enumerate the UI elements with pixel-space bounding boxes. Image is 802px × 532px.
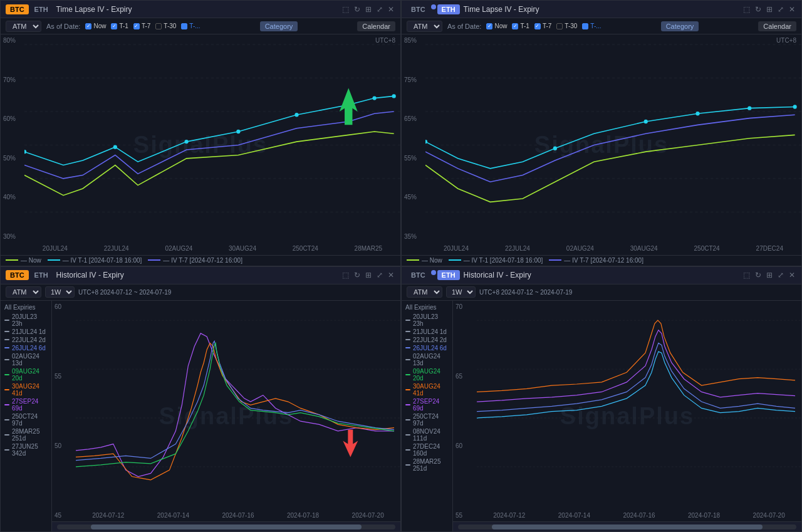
category-btn-tl[interactable]: Category <box>260 21 298 31</box>
calendar-btn-tl[interactable]: Calendar <box>357 21 395 31</box>
expiry-27sep24[interactable]: 27SEP24 69d <box>1 397 51 412</box>
scrollbar-br[interactable] <box>453 521 801 531</box>
svg-point-8 <box>185 140 189 143</box>
refresh-icon-tl[interactable]: ↻ <box>353 4 362 14</box>
external-link-icon-bl[interactable]: ⬚ <box>341 270 350 280</box>
now-check-tr[interactable]: ✓ Now <box>486 23 507 29</box>
expiry-26jul24[interactable]: 26JUL24 6d <box>1 344 51 352</box>
period-select-br[interactable]: 1W <box>446 286 476 298</box>
category-btn-tr[interactable]: Category <box>661 21 699 31</box>
t1-check-tr[interactable]: ✓ T-1 <box>512 23 529 29</box>
period-select-bl[interactable]: 1W <box>45 286 75 298</box>
expiry-09aug24[interactable]: 09AUG24 20d <box>1 367 51 382</box>
svg-point-26 <box>793 105 797 108</box>
expiry-21jul24[interactable]: 21JUL24 1d <box>1 328 51 336</box>
panel-top-right: BTC ETH Time Lapse IV - Expiry ⬚ ↻ ⊞ ⤢ ✕… <box>401 0 802 266</box>
panel-header-tr: BTC ETH Time Lapse IV - Expiry ⬚ ↻ ⊞ ⤢ ✕ <box>402 1 801 18</box>
panel-title-tl: Time Lapse IV - Expiry <box>56 5 132 14</box>
eth-tab-bl[interactable]: ETH <box>30 270 53 280</box>
tmore-check-tr[interactable]: T-... <box>582 23 601 29</box>
svg-point-13 <box>392 94 396 98</box>
expiry-02aug24[interactable]: 02AUG24 13d <box>1 352 51 367</box>
refresh-icon-bl[interactable]: ↻ <box>353 270 362 280</box>
expiry-br-08nov24[interactable]: 08NOV24 111d <box>402 427 452 442</box>
y-axis-bl: 60555045 <box>52 301 76 522</box>
external-link-icon-tl[interactable]: ⬚ <box>341 4 350 14</box>
expiry-br-30aug24[interactable]: 30AUG24 41d <box>402 382 452 397</box>
calendar-btn-tr[interactable]: Calendar <box>758 21 796 31</box>
panel-controls-br: ⬚ ↻ ⊞ ⤢ ✕ <box>742 270 796 280</box>
expiry-br-09aug24[interactable]: 09AUG24 20d <box>402 367 452 382</box>
btc-tab-tl[interactable]: BTC <box>6 4 29 14</box>
tmore-check-tl[interactable]: T-... <box>181 23 200 29</box>
close-icon-tr[interactable]: ✕ <box>788 4 796 14</box>
expiry-28mar25[interactable]: 28MAR25 251d <box>1 427 51 442</box>
t30-check-tr[interactable]: T-30 <box>556 23 577 29</box>
panel-bot-right: BTC ETH Historical IV - Expiry ⬚ ↻ ⊞ ⤢ ✕… <box>401 266 802 533</box>
expiry-22jul24[interactable]: 22JUL24 2d <box>1 336 51 344</box>
eth-tab-tl[interactable]: ETH <box>30 4 53 14</box>
grid-icon-bl[interactable]: ⊞ <box>364 270 373 280</box>
expiry-br-20jul23[interactable]: 20JUL23 23h <box>402 313 452 328</box>
x-axis-bl: 2024-07-122024-07-142024-07-162024-07-18… <box>76 509 400 521</box>
expand-icon-bl[interactable]: ⤢ <box>375 270 384 280</box>
expiry-br-25oct24[interactable]: 250CT24 97d <box>402 412 452 427</box>
expiry-25oct24[interactable]: 250CT24 97d <box>1 412 51 427</box>
expand-icon-br[interactable]: ⤢ <box>776 270 785 280</box>
t1-check-tl[interactable]: ✓ T-1 <box>111 23 128 29</box>
external-link-icon-br[interactable]: ⬚ <box>742 270 751 280</box>
expand-icon-tr[interactable]: ⤢ <box>776 4 785 14</box>
expiry-br-21jul24[interactable]: 21JUL24 1d <box>402 328 452 336</box>
panel-header-tl: BTC ETH Time Lapse IV - Expiry ⬚ ↻ ⊞ ⤢ ✕ <box>1 1 400 18</box>
grid-icon-tr[interactable]: ⊞ <box>765 4 774 14</box>
expiry-br-27dec24[interactable]: 27DEC24 160d <box>402 442 452 457</box>
external-link-icon-tr[interactable]: ⬚ <box>742 4 751 14</box>
expiry-list-br: All Expiries 20JUL23 23h 21JUL24 1d 22JU… <box>402 301 453 532</box>
atm-select-bl[interactable]: ATM <box>6 286 41 298</box>
svg-point-6 <box>24 150 26 154</box>
expiry-30aug24[interactable]: 30AUG24 41d <box>1 382 51 397</box>
panel-header-bl: BTC ETH Historical IV - Expiry ⬚ ↻ ⊞ ⤢ ✕ <box>1 267 400 284</box>
close-icon-br[interactable]: ✕ <box>788 270 796 280</box>
hist-toolbar-bl: ATM 1W UTC+8 2024-07-12 ~ 2024-07-19 <box>1 284 400 301</box>
svg-point-10 <box>294 113 298 117</box>
refresh-icon-br[interactable]: ↻ <box>754 270 763 280</box>
now-check-tl[interactable]: ✓ Now <box>85 23 106 29</box>
refresh-icon-tr[interactable]: ↻ <box>754 4 763 14</box>
t30-check-tl[interactable]: T-30 <box>155 23 176 29</box>
btc-tab-tr[interactable]: BTC <box>407 4 430 14</box>
svg-point-12 <box>373 96 377 100</box>
panel-title-br: Historical IV - Expiry <box>464 271 531 279</box>
hist-chart-area-bl: SignalPlus 60555045 <box>52 301 400 532</box>
date-label-tl: As of Date: <box>46 23 80 30</box>
expiry-br-26jul24[interactable]: 26JUL24 6d <box>402 344 452 352</box>
hist-chart-area-br: SignalPlus 70656055 <box>453 301 801 532</box>
coin-tabs-br: BTC ETH <box>407 270 460 280</box>
expiry-br-28mar25[interactable]: 28MAR25 251d <box>402 457 452 472</box>
chart-svg-tl <box>24 34 400 243</box>
atm-select-tr[interactable]: ATM <box>407 21 442 32</box>
expiry-br-27sep24[interactable]: 27SEP24 69d <box>402 397 452 412</box>
grid-icon-tl[interactable]: ⊞ <box>364 4 373 14</box>
t7-check-tr[interactable]: ✓ T-7 <box>534 23 551 29</box>
eth-tab-tr[interactable]: ETH <box>437 4 460 14</box>
main-grid: BTC ETH Time Lapse IV - Expiry ⬚ ↻ ⊞ ⤢ ✕… <box>0 0 802 532</box>
chart-svg-bl <box>76 301 400 509</box>
t7-check-tl[interactable]: ✓ T-7 <box>133 23 150 29</box>
expand-icon-tl[interactable]: ⤢ <box>375 4 384 14</box>
close-icon-tl[interactable]: ✕ <box>387 4 395 14</box>
expiry-br-02aug24[interactable]: 02AUG24 13d <box>402 352 452 367</box>
btc-tab-bl[interactable]: BTC <box>6 270 29 280</box>
grid-icon-br[interactable]: ⊞ <box>765 270 774 280</box>
btc-tab-br[interactable]: BTC <box>407 270 430 280</box>
atm-select-br[interactable]: ATM <box>407 286 442 298</box>
panel-title-tr: Time Lapse IV - Expiry <box>464 5 539 14</box>
hist-body-bl: All Expiries 20JUL23 23h 21JUL24 1d 22JU… <box>1 301 400 532</box>
expiry-27jun25[interactable]: 27JUN25 342d <box>1 442 51 457</box>
eth-tab-br[interactable]: ETH <box>437 270 460 280</box>
close-icon-bl[interactable]: ✕ <box>387 270 395 280</box>
scrollbar-bl[interactable] <box>52 521 400 531</box>
expiry-br-22jul24[interactable]: 22JUL24 2d <box>402 336 452 344</box>
atm-select-tl[interactable]: ATM <box>6 21 41 32</box>
expiry-20jul23[interactable]: 20JUL23 23h <box>1 313 51 328</box>
